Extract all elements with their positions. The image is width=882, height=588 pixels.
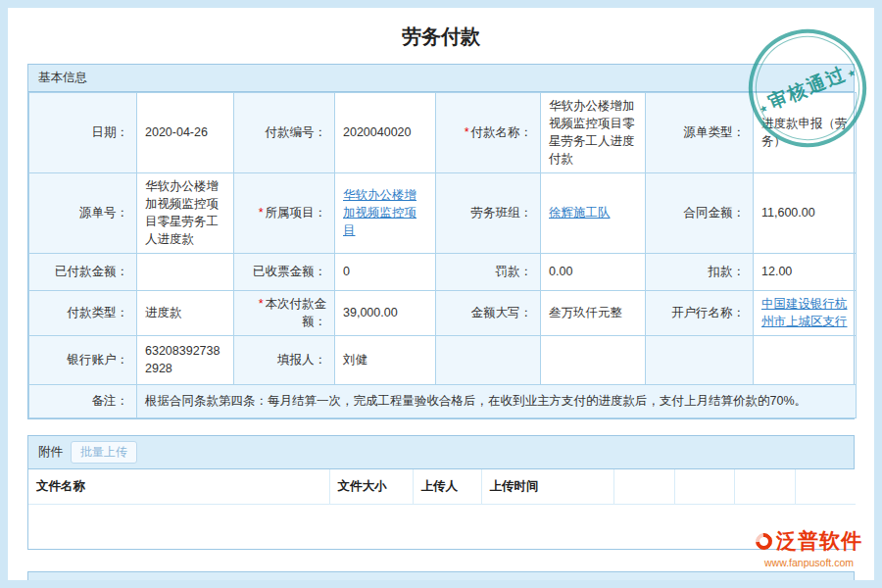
pay-name-label: *付款名称：	[436, 93, 541, 173]
labor-team-label: 劳务班组：	[436, 172, 541, 253]
source-type-label: 源单类型：	[646, 93, 754, 173]
paid-amount-value	[137, 253, 234, 290]
penalty-value: 0.00	[541, 253, 646, 290]
bank-name-value: 中国建设银行杭州市上城区支行	[754, 290, 857, 335]
col-empty	[795, 469, 856, 505]
attachments-header-row: 文件名称 文件大小 上传人 上传时间	[28, 469, 856, 505]
remark-value: 根据合同条款第四条：每月结算一次，完成工程量验收合格后，在收到业主方支付的进度款…	[137, 384, 857, 417]
amount-caps-value: 叁万玖仟元整	[541, 290, 646, 335]
batch-upload-button[interactable]: 批量上传	[71, 441, 137, 464]
required-marker: *	[465, 125, 469, 139]
bank-account-label: 银行账户：	[29, 335, 137, 384]
fanpu-logo-url: www.fanpusoft.com	[756, 557, 862, 568]
basic-info-panel: 基本信息 日期： 2020-04-26 付款编号： 2020040020 *付款…	[27, 64, 855, 419]
required-marker: *	[259, 297, 264, 311]
bank-name-label: 开户行名称：	[646, 290, 754, 335]
empty-cell	[646, 335, 754, 384]
invoiced-amount-value: 0	[335, 253, 436, 290]
attachments-empty-row	[28, 504, 856, 549]
attachments-header: 附件 批量上传	[28, 436, 854, 469]
preparer-value: 刘健	[335, 335, 436, 384]
col-empty	[613, 469, 674, 505]
bank-account-value: 632083927382928	[137, 335, 234, 384]
project-label: *所属项目：	[234, 172, 335, 253]
basic-info-table: 日期： 2020-04-26 付款编号： 2020040020 *付款名称： 华…	[28, 92, 857, 418]
table-row: 付款类型： 进度款 *本次付款金额： 39,000.00 金额大写： 叁万玖仟元…	[29, 290, 857, 335]
col-upload-time: 上传时间	[481, 469, 613, 505]
attachments-panel: 附件 批量上传 文件名称 文件大小 上传人 上传时间	[27, 435, 855, 551]
basic-info-header: 基本信息	[28, 65, 854, 92]
penalty-label: 罚款：	[436, 253, 541, 290]
current-amount-label: *本次付款金额：	[234, 290, 335, 335]
col-file-size: 文件大小	[329, 469, 413, 505]
fanpu-logo: 泛普软件 www.fanpusoft.com	[756, 527, 862, 568]
pay-type-value: 进度款	[137, 290, 234, 335]
labor-team-value: 徐辉施工队	[541, 172, 646, 253]
labor-team-link[interactable]: 徐辉施工队	[549, 206, 611, 220]
contract-amount-label: 合同金额：	[646, 172, 754, 253]
pay-no-value: 2020040020	[335, 93, 436, 173]
page: 劳务付款 基本信息 日期： 2020-04-26 付款编号： 202004002…	[8, 8, 874, 580]
paid-amount-label: 已付款金额：	[29, 253, 137, 290]
source-type-value: 进度款申报（劳务）	[754, 93, 857, 173]
pay-name-value: 华软办公楼增加视频监控项目零星劳务工人进度付款	[541, 93, 646, 173]
fanpu-logo-icon	[753, 529, 776, 553]
empty-cell	[541, 335, 646, 384]
deduction-value: 12.00	[754, 253, 857, 290]
col-empty	[734, 469, 795, 505]
empty-cell	[754, 335, 857, 384]
col-uploader: 上传人	[413, 469, 481, 505]
fanpu-logo-name: 泛普软件	[776, 527, 862, 555]
contract-amount-value: 11,600.00	[754, 172, 857, 253]
pay-no-label: 付款编号：	[234, 93, 335, 173]
amount-caps-label: 金额大写：	[436, 290, 541, 335]
attachments-title: 附件	[38, 444, 63, 461]
required-marker: *	[259, 206, 264, 220]
project-link[interactable]: 华软办公楼增加视频监控项目	[343, 188, 416, 237]
deduction-label: 扣款：	[646, 253, 754, 290]
table-row: 日期： 2020-04-26 付款编号： 2020040020 *付款名称： 华…	[29, 93, 857, 173]
page-title: 劳务付款	[27, 8, 855, 64]
empty-attachment-area	[28, 504, 856, 549]
col-empty	[674, 469, 734, 505]
table-row: 银行账户： 632083927382928 填报人： 刘健	[29, 335, 857, 384]
pay-type-label: 付款类型：	[29, 290, 137, 335]
bank-name-link[interactable]: 中国建设银行杭州市上城区支行	[761, 297, 848, 328]
attachments-table: 文件名称 文件大小 上传人 上传时间	[28, 469, 856, 550]
current-amount-value: 39,000.00	[335, 290, 436, 335]
date-label: 日期：	[29, 93, 137, 173]
remark-label: 备注：	[29, 384, 137, 417]
next-section-bar	[27, 571, 855, 580]
col-file-name: 文件名称	[28, 469, 329, 505]
invoiced-amount-label: 已收票金额：	[234, 253, 335, 290]
table-row: 源单号： 华软办公楼增加视频监控项目零星劳务工人进度款 *所属项目： 华软办公楼…	[29, 172, 857, 253]
empty-cell	[436, 335, 541, 384]
source-no-value: 华软办公楼增加视频监控项目零星劳务工人进度款	[137, 172, 234, 253]
preparer-label: 填报人：	[234, 335, 335, 384]
source-no-label: 源单号：	[29, 172, 137, 253]
project-value: 华软办公楼增加视频监控项目	[335, 172, 436, 253]
date-value: 2020-04-26	[137, 93, 234, 173]
basic-info-title: 基本信息	[38, 70, 87, 86]
table-row: 已付款金额： 已收票金额： 0 罚款： 0.00 扣款： 12.00	[29, 253, 857, 290]
table-row: 备注： 根据合同条款第四条：每月结算一次，完成工程量验收合格后，在收到业主方支付…	[29, 384, 857, 417]
